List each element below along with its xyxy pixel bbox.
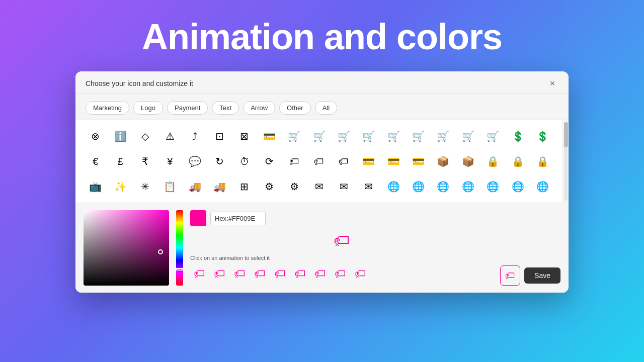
- anim-icon-6[interactable]: 🏷: [291, 265, 309, 283]
- close-button[interactable]: ×: [546, 80, 558, 93]
- save-button[interactable]: Save: [524, 267, 560, 284]
- icon-cell[interactable]: 🛒: [481, 124, 505, 148]
- icon-cell[interactable]: 🌐: [407, 174, 430, 199]
- icon-cell[interactable]: 🏷: [332, 149, 356, 173]
- icon-cell[interactable]: 🏷: [307, 149, 331, 173]
- hex-input[interactable]: [210, 212, 266, 225]
- anim-icon-1[interactable]: 🏷: [190, 265, 208, 283]
- icon-cell[interactable]: 🛒: [456, 124, 480, 148]
- icon-cell[interactable]: 🌐: [382, 174, 406, 199]
- anim-icon-3[interactable]: 🏷: [230, 265, 249, 283]
- icon-cell[interactable]: ℹ️: [108, 124, 132, 148]
- icon-cell[interactable]: 🛒: [407, 124, 430, 148]
- icon-cell[interactable]: 📺: [84, 174, 107, 199]
- icon-cell[interactable]: ¥: [158, 149, 182, 173]
- icon-cell[interactable]: ✨: [108, 174, 132, 199]
- dialog-title: Choose your icon and customize it: [86, 79, 193, 94]
- icon-cell[interactable]: ⊠: [232, 124, 256, 148]
- hex-row: [190, 210, 493, 226]
- icon-cell[interactable]: ✳: [133, 174, 157, 199]
- anim-icon-2[interactable]: 🏷: [210, 265, 228, 283]
- icon-cell[interactable]: 💳: [258, 124, 281, 148]
- icon-cell[interactable]: ⊗: [84, 124, 107, 148]
- anim-icon-4[interactable]: 🏷: [251, 265, 269, 283]
- icon-cell[interactable]: 🛒: [382, 124, 406, 148]
- icon-cell[interactable]: 💳: [407, 149, 430, 173]
- dialog-header: Choose your icon and customize it ×: [75, 71, 569, 94]
- save-preview-icon: 🏷: [500, 265, 520, 286]
- tabs-area: Marketing Logo Payment Text Arrow Other …: [75, 94, 569, 120]
- icon-cell[interactable]: 💳: [357, 149, 380, 173]
- icon-cell[interactable]: ⊞: [232, 174, 256, 199]
- icon-cell[interactable]: 🔒: [506, 149, 529, 173]
- anim-icon-5[interactable]: 🏷: [271, 265, 289, 283]
- icon-cell[interactable]: 💬: [183, 149, 207, 173]
- icon-cell[interactable]: €: [84, 149, 107, 173]
- icon-cell[interactable]: 📦: [456, 149, 480, 173]
- icon-cell[interactable]: ✉: [307, 174, 331, 199]
- icon-cell[interactable]: 🌐: [531, 174, 554, 199]
- tab-payment[interactable]: Payment: [167, 101, 208, 115]
- icon-cell[interactable]: 💳: [382, 149, 406, 173]
- icon-cell[interactable]: 💲: [531, 124, 554, 148]
- tab-all[interactable]: All: [315, 101, 337, 115]
- icon-cell[interactable]: 🌐: [431, 174, 455, 199]
- dialog: Choose your icon and customize it × Mark…: [75, 71, 569, 293]
- icon-cell[interactable]: 🛒: [332, 124, 356, 148]
- icon-cell[interactable]: 🛒: [307, 124, 331, 148]
- icon-cell[interactable]: 🔒: [531, 149, 554, 173]
- icon-cell[interactable]: 🌐: [506, 174, 529, 199]
- icon-cell[interactable]: ⚙: [282, 174, 306, 199]
- icon-cell[interactable]: ◇: [133, 124, 157, 148]
- icon-cell[interactable]: ✉: [332, 174, 356, 199]
- tab-text[interactable]: Text: [212, 101, 239, 115]
- icon-cell[interactable]: 🚚: [183, 174, 207, 199]
- anim-icon-9[interactable]: 🏷: [351, 265, 369, 283]
- icon-cell[interactable]: 🌐: [456, 174, 480, 199]
- tab-other[interactable]: Other: [279, 101, 311, 115]
- icon-cell[interactable]: ₹: [133, 149, 157, 173]
- tab-marketing[interactable]: Marketing: [86, 101, 129, 115]
- icon-cell[interactable]: 🛒: [282, 124, 306, 148]
- dialog-body: Marketing Logo Payment Text Arrow Other …: [75, 94, 569, 293]
- color-canvas[interactable]: [84, 210, 169, 286]
- icon-cell[interactable]: ⤴: [183, 124, 207, 148]
- anim-icon-8[interactable]: 🏷: [331, 265, 349, 283]
- icon-cell[interactable]: ⊡: [208, 124, 231, 148]
- save-area: 🏷 Save: [500, 210, 560, 286]
- animation-label: Click on an animation to select it: [190, 255, 493, 261]
- icon-cell[interactable]: 🔒: [481, 149, 505, 173]
- icon-cell[interactable]: 📋: [158, 174, 182, 199]
- icon-cell[interactable]: 💲: [506, 124, 529, 148]
- icon-cell[interactable]: 🌐: [481, 174, 505, 199]
- icon-cell[interactable]: 📦: [431, 149, 455, 173]
- color-swatch[interactable]: [190, 210, 206, 226]
- anim-icon-7[interactable]: 🏷: [311, 265, 329, 283]
- icon-cell[interactable]: ⚠: [158, 124, 182, 148]
- tab-arrow[interactable]: Arrow: [243, 101, 275, 115]
- icon-cell[interactable]: ↻: [208, 149, 231, 173]
- icon-cell[interactable]: 🚚: [208, 174, 231, 199]
- icon-cell[interactable]: 🛒: [431, 124, 455, 148]
- icon-cell[interactable]: ⚙: [258, 174, 281, 199]
- animation-grid: 🏷 🏷 🏷 🏷 🏷 🏷 🏷 🏷 🏷: [190, 265, 493, 283]
- icon-cell[interactable]: ✉: [357, 174, 380, 199]
- tab-logo[interactable]: Logo: [133, 101, 163, 115]
- icon-cell[interactable]: £: [108, 149, 132, 173]
- icon-cell[interactable]: ⏱: [232, 149, 256, 173]
- page-title: Animation and colors: [142, 16, 502, 57]
- icons-grid-area: ⊗ ℹ️ ◇ ⚠ ⤴ ⊡ ⊠ 💳 🛒 🛒 🛒 🛒 🛒 🛒 🛒 🛒: [75, 120, 562, 203]
- icon-cell[interactable]: ⟳: [258, 149, 281, 173]
- hue-slider[interactable]: [176, 210, 183, 286]
- preview-icon: 🏷: [190, 230, 493, 251]
- icon-cell[interactable]: 🏷: [282, 149, 306, 173]
- icon-cell[interactable]: 🛒: [357, 124, 380, 148]
